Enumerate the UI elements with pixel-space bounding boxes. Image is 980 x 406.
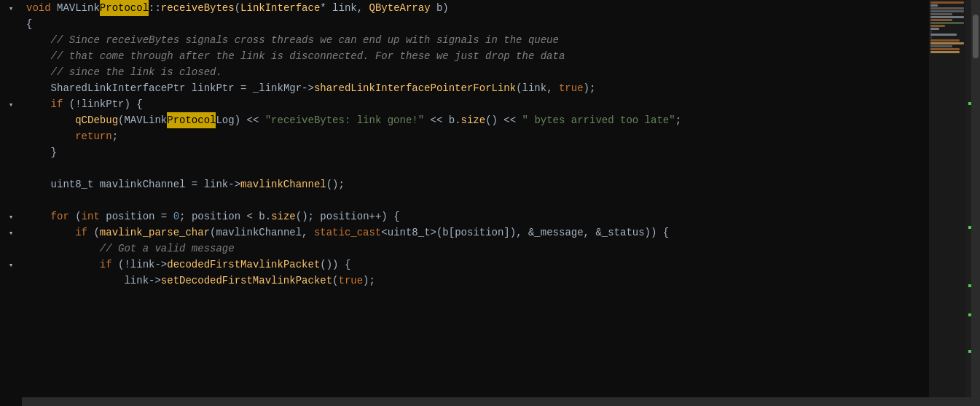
gutter-marker-5	[7, 80, 15, 96]
token: " bytes arrived too late"	[522, 112, 675, 128]
token: QByteArray	[369, 0, 431, 16]
token: (!link->	[112, 257, 168, 273]
token: // that come through after the link is d…	[26, 48, 565, 64]
token: >(b[position]), &_message, &_status)) {	[431, 225, 670, 241]
code-line-2: // Since receiveBytes signals cross thre…	[25, 32, 929, 48]
gutter-marker-1	[7, 16, 15, 32]
token: }	[26, 144, 57, 160]
token	[26, 80, 51, 96]
change-marker	[968, 102, 971, 105]
code-line-1: {	[25, 16, 929, 32]
code-line-9: }	[25, 144, 929, 160]
token: (	[69, 208, 82, 225]
token	[26, 273, 124, 289]
token: size	[271, 208, 296, 225]
gutter-marker-11	[7, 176, 15, 192]
gutter-marker-16: ▾	[7, 257, 15, 273]
gutter-marker-2	[7, 32, 15, 48]
gutter-marker-6: ▾	[7, 96, 15, 112]
token	[26, 241, 100, 257]
token: () <<	[485, 112, 522, 128]
horizontal-scrollbar[interactable]	[22, 397, 971, 406]
token: LinkInterface	[240, 0, 320, 16]
token: ;	[675, 112, 681, 128]
token: <	[381, 225, 387, 241]
token: (	[235, 0, 240, 16]
change-marker	[968, 226, 971, 229]
code-line-12	[25, 192, 929, 208]
token: qCDebug	[75, 112, 118, 128]
token: mavlinkChannel	[240, 176, 326, 192]
token: (	[87, 225, 100, 241]
token: (mavlinkChannel,	[210, 225, 314, 241]
token: "receiveBytes: link gone!"	[265, 112, 424, 128]
code-line-13: for (int position = 0; position < b.size…	[25, 208, 929, 225]
token: decodedFirstMavlinkPacket	[167, 257, 320, 273]
token: mavlink_parse_char	[100, 225, 210, 241]
gutter-marker-4	[7, 64, 15, 80]
token: << b.	[424, 112, 460, 128]
token: sharedLinkInterfacePointerForLink	[314, 80, 516, 96]
token	[26, 112, 75, 128]
token: void	[26, 0, 57, 16]
vertical-scrollbar[interactable]	[971, 0, 980, 406]
change-marker	[968, 350, 971, 353]
token: (!linkPtr) {	[63, 96, 142, 112]
token: ; position < b.	[179, 208, 271, 225]
code-line-8: return;	[25, 128, 929, 144]
token: linkPtr = _linkMgr->	[185, 80, 313, 96]
token: uint8_t	[51, 176, 94, 192]
token	[26, 96, 51, 112]
token: if	[75, 225, 87, 241]
token: setDecodedFirstMavlinkPacket	[161, 273, 332, 289]
token: {	[26, 16, 32, 32]
code-editor: ▾▾▾▾▾ void MAVLinkProtocol::receiveBytes…	[0, 0, 980, 406]
token: SharedLinkInterfacePtr	[51, 80, 186, 96]
code-line-14: if (mavlink_parse_char(mavlinkChannel, s…	[25, 225, 929, 241]
code-line-0: void MAVLinkProtocol::receiveBytes(LinkI…	[25, 0, 929, 16]
token	[26, 208, 51, 225]
token	[26, 225, 75, 241]
token: ()) {	[320, 257, 350, 273]
token: b)	[431, 0, 449, 16]
token: ::	[149, 0, 161, 16]
code-line-15: // Got a valid message	[25, 241, 929, 257]
code-line-7: qCDebug(MAVLinkProtocolLog) << "receiveB…	[25, 112, 929, 128]
code-content[interactable]: void MAVLinkProtocol::receiveBytes(LinkI…	[22, 0, 929, 406]
token: * link,	[320, 0, 369, 16]
right-marker-track[interactable]	[965, 0, 971, 406]
line-gutter: ▾▾▾▾▾	[0, 0, 22, 406]
code-line-11: uint8_t mavlinkChannel = link->mavlinkCh…	[25, 176, 929, 192]
token: );	[584, 80, 596, 96]
scrollbar-thumb[interactable]	[973, 15, 979, 58]
minimap[interactable]	[929, 0, 965, 406]
code-line-6: if (!linkPtr) {	[25, 96, 929, 112]
token: int	[82, 208, 100, 225]
token: // Got a valid message	[100, 241, 235, 257]
gutter-marker-15	[7, 241, 15, 257]
gutter-marker-7	[7, 112, 15, 128]
gutter-marker-9	[7, 144, 15, 160]
token: uint8_t	[388, 225, 431, 241]
token: receiveBytes	[161, 0, 235, 16]
gutter-marker-13: ▾	[7, 208, 15, 225]
token: );	[363, 273, 375, 289]
code-line-4: // since the link is closed.	[25, 64, 929, 80]
token: size	[461, 112, 486, 128]
gutter-marker-12	[7, 192, 15, 208]
token	[26, 257, 100, 273]
token: mavlinkChannel = link->	[93, 176, 240, 192]
code-line-3: // that come through after the link is d…	[25, 48, 929, 64]
gutter-marker-10	[7, 160, 15, 176]
gutter-marker-8	[7, 128, 15, 144]
token: Protocol	[100, 0, 149, 16]
token: MAVLink	[57, 0, 100, 16]
change-marker	[968, 284, 971, 287]
token: if	[100, 257, 112, 273]
token: (link,	[516, 80, 559, 96]
token: position =	[100, 208, 173, 225]
token: Protocol	[167, 112, 216, 128]
code-line-17: link->setDecodedFirstMavlinkPacket(true)…	[25, 273, 929, 289]
token: Log) <<	[216, 112, 264, 128]
token: (	[332, 273, 338, 289]
